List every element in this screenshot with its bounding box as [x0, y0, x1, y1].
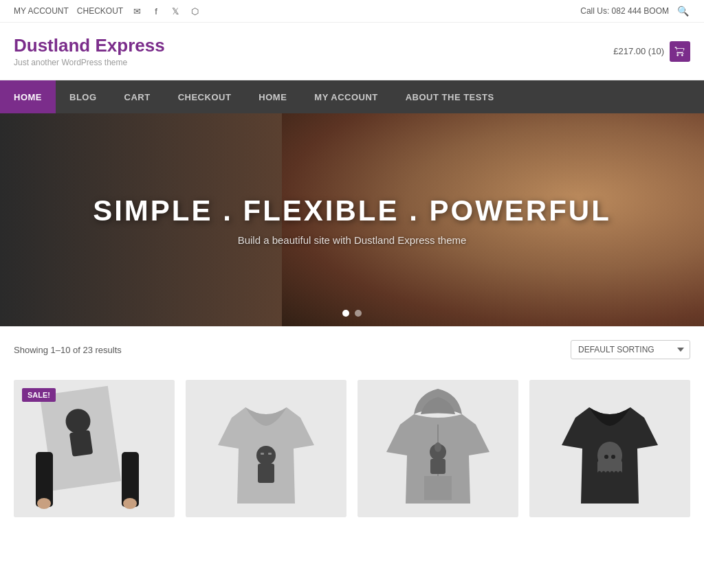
products-grid: SALE! — [14, 380, 690, 517]
product-image: SALE! — [14, 380, 175, 517]
cart-info: £217.00 (10) — [613, 41, 690, 62]
results-count: Showing 1–10 of 23 results — [14, 345, 122, 355]
cart-button[interactable] — [670, 41, 690, 62]
svg-point-7 — [256, 446, 276, 465]
sale-badge: SALE! — [22, 388, 56, 402]
hero-dot-2[interactable] — [355, 310, 362, 317]
product-card[interactable] — [358, 380, 518, 517]
nav-item-my-account[interactable]: MY ACCOUNT — [300, 80, 391, 113]
product-image — [186, 380, 346, 517]
top-bar-left: MY ACCOUNT CHECKOUT ✉ f 𝕏 ⬡ — [14, 5, 200, 16]
instagram-icon: ⬡ — [189, 5, 200, 16]
products-section: Showing 1–10 of 23 results DEFAULT SORTI… — [0, 326, 704, 531]
site-title[interactable]: Dustland Express — [14, 35, 165, 56]
search-button[interactable]: 🔍 — [676, 4, 690, 18]
call-us-text: Call Us: 082 444 BOOM — [580, 6, 669, 16]
svg-point-16 — [604, 455, 608, 459]
site-tagline: Just another WordPress theme — [14, 58, 165, 67]
svg-rect-9 — [261, 453, 264, 455]
top-bar-right: Call Us: 082 444 BOOM 🔍 — [580, 4, 690, 18]
product-poster-svg — [32, 383, 156, 514]
product-card[interactable]: SALE! — [14, 380, 175, 517]
nav-item-checkout[interactable]: CHECKOUT — [164, 80, 245, 113]
nav-item-blog[interactable]: BLOG — [56, 80, 111, 113]
svg-point-17 — [611, 455, 615, 459]
nav-item-home2[interactable]: HOME — [245, 80, 300, 113]
facebook-icon: f — [151, 5, 162, 16]
nav-item-home[interactable]: HOME — [0, 80, 56, 113]
product-image — [529, 380, 690, 517]
svg-point-6 — [123, 498, 137, 509]
svg-rect-8 — [258, 464, 274, 483]
nav-item-about-tests[interactable]: ABOUT THE TESTS — [392, 80, 508, 113]
email-icon: ✉ — [131, 5, 142, 16]
product-card[interactable] — [186, 380, 346, 517]
product-hoodie-svg — [383, 383, 493, 514]
hero-banner: SIMPLE . FLEXIBLE . POWERFUL Build a bea… — [0, 113, 704, 326]
nav-item-cart[interactable]: CART — [111, 80, 164, 113]
cart-amount: £217.00 (10) — [613, 46, 664, 56]
site-branding: Dustland Express Just another WordPress … — [14, 35, 165, 67]
hero-content: SIMPLE . FLEXIBLE . POWERFUL Build a bea… — [93, 194, 611, 246]
hero-title: SIMPLE . FLEXIBLE . POWERFUL — [93, 194, 611, 227]
product-tshirt-black-svg — [555, 383, 665, 514]
main-navigation: HOME BLOG CART CHECKOUT HOME MY ACCOUNT … — [0, 80, 704, 113]
svg-rect-10 — [268, 453, 272, 455]
hero-dot-1[interactable] — [342, 310, 349, 317]
my-account-link[interactable]: MY ACCOUNT — [14, 6, 69, 16]
sort-select[interactable]: DEFAULT SORTING Sort by popularity Sort … — [571, 340, 690, 359]
product-tshirt-gray-svg — [211, 383, 321, 514]
hero-dots — [342, 310, 362, 317]
checkout-link[interactable]: CHECKOUT — [77, 6, 123, 16]
svg-rect-13 — [430, 459, 446, 474]
shopping-cart-icon — [674, 46, 685, 57]
svg-point-14 — [434, 442, 441, 452]
product-card[interactable] — [529, 380, 690, 517]
svg-point-5 — [37, 498, 51, 509]
hero-subtitle: Build a beautiful site with Dustland Exp… — [93, 234, 611, 246]
products-toolbar: Showing 1–10 of 23 results DEFAULT SORTI… — [14, 340, 690, 366]
twitter-icon: 𝕏 — [170, 5, 181, 16]
site-header: Dustland Express Just another WordPress … — [0, 23, 704, 80]
top-bar: MY ACCOUNT CHECKOUT ✉ f 𝕏 ⬡ Call Us: 082… — [0, 0, 704, 23]
product-image — [358, 380, 518, 517]
svg-rect-2 — [69, 430, 94, 457]
